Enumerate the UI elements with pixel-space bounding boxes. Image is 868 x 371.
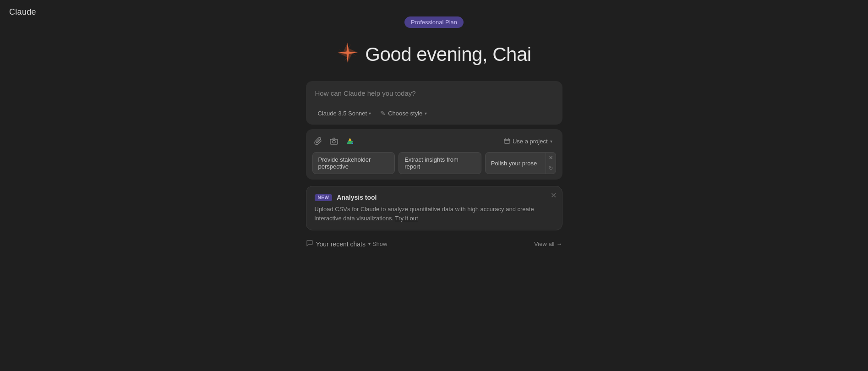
view-all-label: View all bbox=[534, 240, 555, 247]
chip-controls: ✕ ↻ bbox=[546, 152, 556, 174]
project-chevron-icon: ▾ bbox=[550, 139, 552, 144]
chat-bubble-icon bbox=[306, 240, 313, 248]
main-content: Good evening, Chai How can Claude help y… bbox=[0, 28, 868, 248]
show-label: Show bbox=[372, 240, 388, 247]
use-project-button[interactable]: Use a project ▾ bbox=[500, 136, 556, 147]
recent-chats-label: Your recent chats bbox=[316, 240, 366, 248]
actions-top: Use a project ▾ bbox=[312, 135, 556, 147]
input-placeholder[interactable]: How can Claude help you today? bbox=[315, 89, 553, 97]
chip-polish-area: Polish your prose ✕ ↻ bbox=[485, 152, 556, 174]
actions-bar: Use a project ▾ Provide stakeholder pers… bbox=[306, 129, 562, 180]
claude-star-icon bbox=[337, 42, 359, 67]
banner-title: Analysis tool bbox=[337, 194, 377, 201]
banner-close-button[interactable]: ✕ bbox=[551, 192, 557, 199]
recent-chats-section: Your recent chats ▾ Show View all → bbox=[306, 240, 562, 248]
suggestion-chips: Provide stakeholder perspective Extract … bbox=[312, 152, 556, 174]
svg-rect-0 bbox=[330, 139, 338, 144]
use-project-label: Use a project bbox=[513, 138, 548, 145]
svg-point-1 bbox=[333, 141, 335, 143]
left-icons bbox=[312, 135, 356, 147]
banner-link[interactable]: Try it out bbox=[395, 215, 418, 222]
style-chevron-icon: ▾ bbox=[425, 111, 427, 116]
input-area[interactable]: How can Claude help you today? Claude 3.… bbox=[306, 81, 562, 125]
greeting-text: Good evening, Chai bbox=[365, 44, 531, 65]
chip-close-button[interactable]: ✕ bbox=[546, 153, 556, 163]
style-selector[interactable]: ✎ Choose style ▾ bbox=[377, 108, 430, 118]
view-all-button[interactable]: View all → bbox=[534, 240, 562, 247]
chip-polish[interactable]: Polish your prose bbox=[485, 152, 546, 174]
drive-button[interactable] bbox=[344, 135, 356, 147]
attach-button[interactable] bbox=[312, 135, 324, 147]
style-label: Choose style bbox=[388, 110, 422, 117]
new-badge: NEW bbox=[315, 194, 333, 201]
project-icon bbox=[504, 138, 510, 144]
show-toggle[interactable]: ▾ Show bbox=[368, 240, 388, 247]
banner-description: Upload CSVs for Claude to analyze quanti… bbox=[315, 205, 554, 223]
camera-button[interactable] bbox=[328, 135, 340, 147]
model-selector[interactable]: Claude 3.5 Sonnet ▾ bbox=[315, 109, 374, 118]
app-logo: Claude bbox=[9, 7, 36, 16]
view-all-arrow: → bbox=[557, 240, 562, 247]
model-chevron-icon: ▾ bbox=[369, 111, 371, 116]
banner-header: NEW Analysis tool bbox=[315, 194, 554, 201]
chip-stakeholder[interactable]: Provide stakeholder perspective bbox=[312, 152, 395, 174]
chip-refresh-button[interactable]: ↻ bbox=[546, 163, 556, 174]
show-chevron-icon: ▾ bbox=[368, 241, 371, 246]
svg-rect-2 bbox=[504, 139, 510, 143]
chip-extract[interactable]: Extract insights from report bbox=[399, 152, 481, 174]
banner-desc-text: Upload CSVs for Claude to analyze quanti… bbox=[315, 206, 534, 222]
greeting-section: Good evening, Chai bbox=[337, 42, 531, 67]
input-footer: Claude 3.5 Sonnet ▾ ✎ Choose style ▾ bbox=[315, 108, 553, 118]
pro-badge[interactable]: Professional Plan bbox=[404, 16, 464, 28]
style-icon: ✎ bbox=[380, 109, 386, 117]
analysis-banner: ✕ NEW Analysis tool Upload CSVs for Clau… bbox=[306, 186, 562, 230]
model-label: Claude 3.5 Sonnet bbox=[318, 110, 367, 117]
recent-chats-left[interactable]: Your recent chats ▾ Show bbox=[306, 240, 388, 248]
pro-badge-container: Professional Plan bbox=[0, 0, 868, 28]
app-header: Claude bbox=[0, 0, 45, 24]
